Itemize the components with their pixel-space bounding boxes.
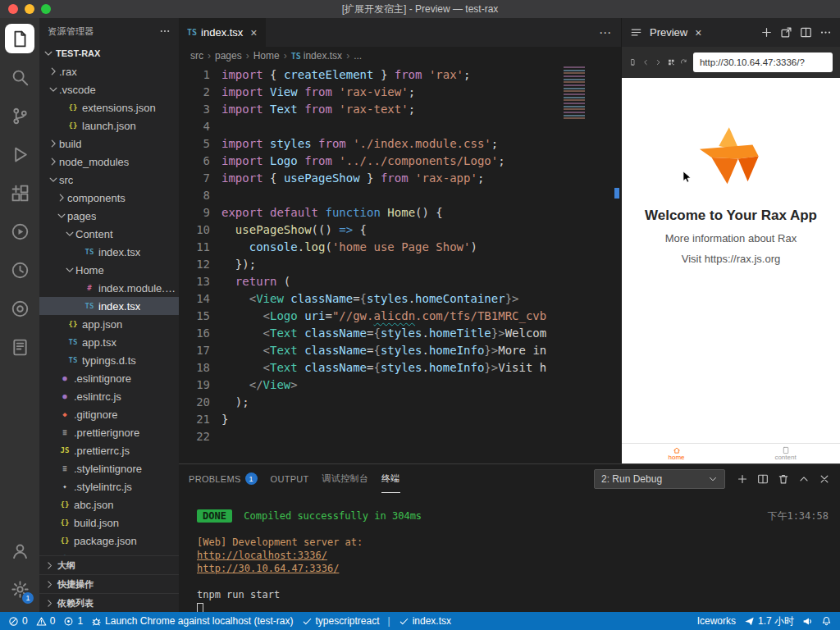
tree-item[interactable]: {}app.json: [39, 315, 179, 333]
tree-item[interactable]: {}launch.json: [39, 116, 179, 135]
device-toggle-icon[interactable]: [629, 57, 637, 68]
new-preview-tab-icon[interactable]: [760, 26, 773, 39]
refresh-icon[interactable]: [680, 57, 687, 68]
tree-item[interactable]: .vscode: [39, 80, 179, 98]
activity-source-control[interactable]: [0, 97, 39, 135]
forward-icon[interactable]: [655, 57, 662, 68]
activity-oss[interactable]: [0, 290, 39, 328]
status-notification-count[interactable]: 1: [63, 615, 83, 627]
editor-more-actions-icon[interactable]: ⋯: [599, 25, 621, 40]
activity-notes[interactable]: [0, 328, 39, 367]
sidebar-section-quick-actions[interactable]: 快捷操作: [39, 574, 179, 593]
tree-item[interactable]: {}abc.json: [39, 495, 179, 514]
minimap[interactable]: [564, 66, 585, 119]
terminal[interactable]: 下午1:34:58DONE Compiled successfully in 3…: [179, 493, 840, 612]
status-check-index-tsx[interactable]: index.tsx: [399, 615, 451, 627]
breadcrumb-item[interactable]: ...: [354, 50, 362, 62]
tree-item[interactable]: ✦.stylelintrc.js: [39, 477, 179, 495]
tree-item[interactable]: pages: [39, 207, 179, 225]
tree-item[interactable]: ◆.gitignore: [39, 405, 179, 423]
more-actions-icon[interactable]: [819, 26, 832, 39]
tree-item[interactable]: Content: [39, 225, 179, 243]
tree-item[interactable]: {}package.json: [39, 532, 179, 550]
new-terminal-icon[interactable]: [737, 473, 748, 485]
status-announcement[interactable]: [802, 616, 813, 627]
maximize-panel-icon[interactable]: [798, 473, 810, 485]
breadcrumb-separator: ›: [346, 50, 349, 62]
open-external-icon[interactable]: [780, 26, 792, 39]
status-debug-launch-config[interactable]: Launch Chrome against localhost (test-ra…: [91, 615, 293, 627]
breadcrumb-label: ...: [354, 50, 362, 62]
tree-item[interactable]: ●.eslintrc.js: [39, 387, 179, 405]
breadcrumb-item[interactable]: pages: [215, 50, 242, 62]
terminal-select[interactable]: 2: Run Debug: [594, 469, 725, 489]
close-tab-icon[interactable]: ×: [250, 26, 257, 39]
tree-item[interactable]: {}build.json: [39, 514, 179, 532]
panel-tab-debug-console[interactable]: 调试控制台: [322, 464, 369, 493]
tree-item[interactable]: .rax: [39, 62, 179, 80]
activity-account[interactable]: [0, 532, 39, 570]
panel-tab-problems[interactable]: PROBLEMS1: [189, 464, 258, 493]
preview-info-2[interactable]: Visit https://rax.js.org: [682, 253, 780, 265]
panel-tab-output[interactable]: OUTPUT: [271, 464, 309, 493]
activity-settings[interactable]: 1: [0, 570, 39, 609]
breadcrumb-item[interactable]: TSindex.tsx: [291, 50, 342, 62]
tree-item[interactable]: node_modules: [39, 153, 179, 171]
close-panel-icon[interactable]: [819, 473, 830, 485]
split-editor-icon[interactable]: [800, 26, 812, 39]
tree-item[interactable]: build: [39, 135, 179, 153]
tree-item[interactable]: Home: [39, 261, 179, 279]
status-time-tracker[interactable]: 1.7 小时: [744, 614, 794, 628]
tree-item[interactable]: {}extensions.json: [39, 98, 179, 116]
tree-item[interactable]: TStypings.d.ts: [39, 351, 179, 369]
status-error-count[interactable]: 0: [8, 615, 28, 627]
kill-terminal-icon[interactable]: [778, 473, 789, 485]
status-bar: 001Launch Chrome against localhost (test…: [0, 612, 840, 630]
activity-explorer[interactable]: [0, 20, 39, 58]
preview-menu-icon[interactable]: [630, 26, 642, 39]
tree-item[interactable]: ⓘREADME.md: [39, 550, 179, 555]
activity-search[interactable]: [0, 58, 39, 97]
badge: 1: [22, 592, 34, 604]
breadcrumb-label: index.tsx: [304, 50, 342, 62]
sidebar-more-actions-icon[interactable]: [159, 25, 171, 37]
tree-item[interactable]: TSindex.tsx: [39, 243, 179, 261]
close-preview-icon[interactable]: ×: [695, 26, 701, 39]
preview-tab-home[interactable]: home: [622, 444, 731, 463]
tree-item[interactable]: components: [39, 189, 179, 207]
code-editor[interactable]: 12345678910111213141516171819202122 impo…: [179, 65, 621, 463]
sidebar-section-outline[interactable]: 大纲: [39, 555, 179, 574]
tree-item[interactable]: JS.prettierrc.js: [39, 441, 179, 459]
tree-item[interactable]: #index.module.css: [39, 279, 179, 297]
split-terminal-icon[interactable]: [757, 473, 769, 485]
tree-item[interactable]: ≣.stylelintignore: [39, 459, 179, 477]
project-root-item[interactable]: TEST-RAX: [39, 44, 179, 62]
sidebar-section-dependencies[interactable]: 依赖列表: [39, 593, 179, 612]
breadcrumb-item[interactable]: src: [190, 50, 203, 62]
tree-item[interactable]: src: [39, 171, 179, 189]
breadcrumb-item[interactable]: Home: [253, 50, 280, 62]
status-notifications[interactable]: [821, 616, 832, 627]
status-iceworks[interactable]: Iceworks: [697, 615, 736, 627]
preview-tab-content[interactable]: content: [731, 444, 840, 463]
back-icon[interactable]: [642, 57, 650, 68]
tree-item[interactable]: TSindex.tsx: [39, 297, 179, 315]
close-window-button[interactable]: [8, 4, 18, 14]
chevron-down-icon: [64, 264, 75, 276]
tree-item[interactable]: ●.eslintignore: [39, 369, 179, 387]
project-root-label: TEST-RAX: [56, 48, 100, 58]
activity-run-debug[interactable]: [0, 135, 39, 174]
status-check-typescriptreact[interactable]: typescriptreact: [302, 615, 380, 627]
activity-app-runner[interactable]: [0, 212, 39, 251]
status-warning-count[interactable]: 0: [36, 615, 56, 627]
url-input[interactable]: [693, 52, 833, 72]
minimize-window-button[interactable]: [25, 4, 34, 14]
tree-item[interactable]: ≣.prettierignore: [39, 423, 179, 441]
activity-extensions[interactable]: [0, 174, 39, 212]
activity-time[interactable]: [0, 251, 39, 290]
tree-item[interactable]: TSapp.tsx: [39, 333, 179, 351]
panel-tab-terminal[interactable]: 终端: [381, 464, 400, 493]
tab-index-tsx[interactable]: TS index.tsx ×: [179, 18, 266, 47]
qr-code-icon[interactable]: [668, 57, 675, 68]
zoom-window-button[interactable]: [41, 4, 51, 14]
